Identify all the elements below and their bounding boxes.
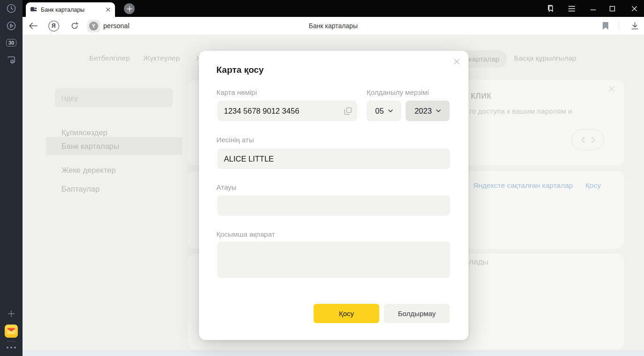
browser-tab[interactable]: Банк карталары bbox=[26, 2, 115, 17]
menu-item-bank-cards[interactable]: Банк карталары bbox=[46, 137, 182, 155]
chevron-down-icon bbox=[436, 109, 441, 112]
card-number-label: Карта нөмірі bbox=[216, 88, 257, 96]
promo-title: КЛИК bbox=[471, 92, 491, 101]
card-number-field bbox=[217, 101, 357, 121]
browser-menu-icon[interactable] bbox=[563, 0, 581, 17]
chevron-down-icon bbox=[388, 109, 393, 112]
yandex-mail-app-icon[interactable] bbox=[0, 325, 23, 338]
carousel-prev-icon[interactable] bbox=[581, 137, 585, 143]
expiry-month-select[interactable]: 05 bbox=[367, 101, 401, 121]
promo-close-icon[interactable] bbox=[608, 85, 615, 94]
modal-close-icon[interactable] bbox=[451, 55, 463, 68]
comment-label: Қосымша ақпарат bbox=[216, 230, 275, 238]
yandex-letter: Я bbox=[52, 23, 56, 29]
protect-letter: Y bbox=[92, 23, 95, 29]
nav-downloads[interactable]: Жүктеулер bbox=[143, 54, 180, 62]
tab-count-label: 30 bbox=[6, 39, 16, 46]
browser-side-rail: 30 bbox=[0, 0, 23, 356]
screenshot-icon[interactable] bbox=[0, 54, 23, 66]
video-play-icon[interactable] bbox=[0, 20, 23, 31]
minimize-button[interactable] bbox=[584, 0, 602, 17]
comment-textarea[interactable] bbox=[217, 241, 450, 278]
expiry-year-select[interactable]: 2023 bbox=[406, 101, 450, 121]
maximize-button[interactable] bbox=[603, 0, 621, 17]
owner-name-label: Иесінің аты bbox=[216, 136, 254, 144]
settings-search-input[interactable] bbox=[55, 88, 173, 107]
toolbar-divider bbox=[619, 22, 619, 31]
card-name-field bbox=[217, 195, 450, 216]
yandex-home-icon[interactable]: Я bbox=[48, 17, 59, 35]
tab-close-icon[interactable] bbox=[106, 7, 111, 12]
card-name-input[interactable] bbox=[217, 195, 450, 216]
downloads-icon[interactable] bbox=[630, 17, 639, 35]
expiry-year-value: 2023 bbox=[414, 107, 432, 116]
promo-carousel bbox=[572, 129, 604, 150]
link-yandex-saved-cards[interactable]: Яндексте сақталған карталар bbox=[473, 181, 573, 190]
bookmark-icon[interactable] bbox=[601, 17, 610, 35]
cancel-button[interactable]: Болдырмау bbox=[384, 304, 450, 323]
back-icon[interactable] bbox=[28, 17, 39, 35]
page-bottom-strip bbox=[23, 351, 644, 356]
rail-more-icon[interactable] bbox=[0, 344, 23, 351]
tab-title: Банк карталары bbox=[41, 7, 106, 13]
tab-counter-badge[interactable]: 30 bbox=[0, 38, 23, 48]
submit-button[interactable]: Қосу bbox=[314, 304, 379, 323]
nav-bookmarks[interactable]: Бетбелгілер bbox=[89, 54, 130, 62]
card-name-label: Атауы bbox=[216, 183, 237, 191]
owner-name-input[interactable] bbox=[217, 148, 450, 169]
link-add-card[interactable]: Қосу bbox=[585, 181, 601, 190]
carousel-next-icon[interactable] bbox=[591, 137, 595, 143]
new-tab-button[interactable] bbox=[124, 3, 135, 14]
expiry-month-value: 05 bbox=[375, 107, 383, 116]
refresh-icon[interactable] bbox=[70, 17, 79, 35]
rail-add-icon[interactable] bbox=[0, 308, 23, 319]
menu-item-personal-data[interactable]: Жеке деректер bbox=[46, 161, 182, 179]
comment-field bbox=[217, 241, 450, 278]
owner-name-field bbox=[217, 148, 450, 169]
modal-title: Карта қосу bbox=[216, 65, 264, 75]
card-number-input[interactable] bbox=[217, 101, 357, 121]
profile-badge[interactable]: personal bbox=[103, 17, 130, 35]
close-window-button[interactable] bbox=[625, 0, 643, 17]
tab-strip: Банк карталары bbox=[23, 0, 644, 17]
add-card-modal: Карта қосу Карта нөмірі Қолданылу мерзім… bbox=[199, 51, 468, 340]
nav-other-devices[interactable]: Басқа құрылғылар bbox=[514, 54, 576, 62]
bookmarks-panel-icon[interactable] bbox=[542, 0, 560, 17]
expiry-label: Қолданылу мерзімі bbox=[367, 88, 429, 96]
history-icon[interactable] bbox=[0, 3, 23, 14]
protect-icon[interactable]: Y bbox=[87, 17, 100, 35]
menu-item-settings[interactable]: Баптаулар bbox=[46, 180, 182, 198]
copy-icon[interactable] bbox=[343, 106, 353, 116]
tab-favicon-icon bbox=[30, 6, 37, 13]
address-bar: Я Y personal Банк карталары bbox=[23, 17, 644, 35]
promo-body: го доступа к вашим паролям и bbox=[469, 107, 572, 116]
rail-divider bbox=[7, 341, 16, 341]
